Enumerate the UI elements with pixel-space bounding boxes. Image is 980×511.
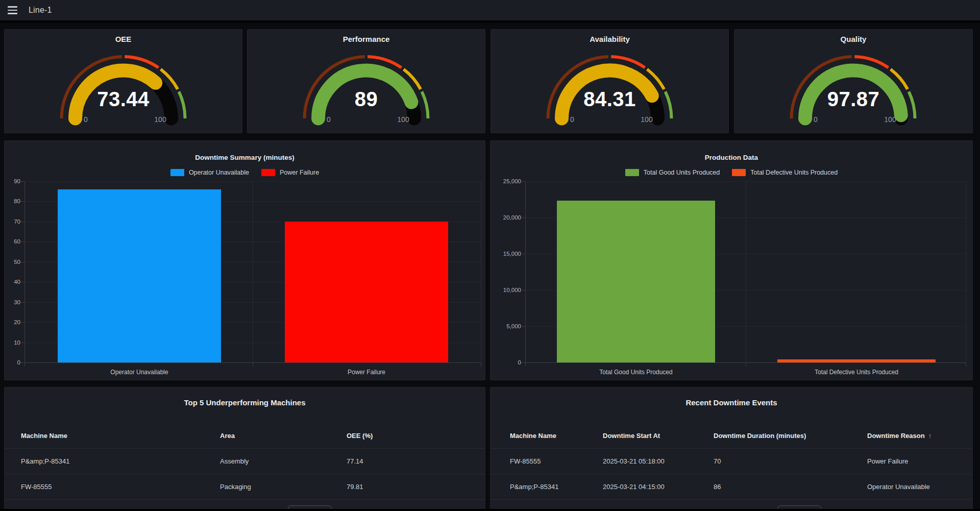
legend-item[interactable]: Operator Unavailable [170, 169, 249, 176]
table-title: Recent Downtime Events [491, 398, 972, 407]
y-tick-label: 70 [4, 218, 20, 225]
gauge-min-label: 0 [800, 115, 831, 124]
column-header[interactable]: Machine Name [510, 432, 603, 440]
panel-recent-downtime-events-table: Recent Downtime Events Machine NameDownt… [490, 387, 973, 511]
y-tick-label: 15,000 [499, 251, 521, 257]
y-axis-tick [522, 217, 525, 218]
legend-item[interactable]: Total Defective Units Produced [732, 169, 838, 176]
gauge-max-label: 100 [875, 115, 905, 124]
table-cell: 2025-03-21 04:15:00 [603, 483, 714, 491]
panel-downtime-summary-chart: Downtime Summary (minutes) Operator Unav… [4, 140, 485, 380]
y-axis-tick [21, 343, 24, 343]
x-axis-tick [253, 362, 253, 367]
legend-item[interactable]: Power Failure [261, 169, 319, 176]
bar-total-good-units-produced[interactable] [557, 201, 715, 362]
legend-label: Operator Unavailable [189, 169, 249, 176]
gauge-arc [5, 30, 242, 133]
table-row: FW-855552025-03-21 05:18:0070Power Failu… [491, 449, 972, 474]
x-category-label: Operator Unavailable [110, 369, 168, 376]
legend-label: Power Failure [280, 169, 319, 176]
y-tick-label: 50 [4, 259, 20, 265]
column-header[interactable]: Downtime Duration (minutes) [714, 432, 867, 440]
table-cell: P&amp;P-85341 [510, 483, 603, 491]
table-cell: 79.81 [347, 483, 469, 491]
table-title: Top 5 Underperforming Machines [5, 398, 485, 407]
gauge-min-label: 0 [557, 115, 587, 124]
table-cell: Power Failure [867, 457, 953, 465]
menu-icon[interactable] [2, 0, 22, 20]
bar-power-failure[interactable] [285, 222, 448, 362]
bar-operator-unavailable[interactable] [58, 189, 221, 362]
table-row: P&amp;P-853412025-03-21 04:15:0086Operat… [491, 474, 972, 500]
sort-ascending-icon: ↑ [925, 432, 932, 440]
y-axis-tick [522, 326, 525, 327]
gauge-arc [248, 30, 485, 133]
y-tick-label: 10 [4, 339, 20, 346]
window-bottom-edge [0, 509, 980, 511]
gridline-vertical [253, 181, 253, 362]
gauge-max-label: 100 [145, 115, 176, 124]
bar-total-defective-units-produced[interactable] [777, 359, 936, 362]
y-axis-tick [522, 254, 525, 254]
legend-swatch [261, 169, 275, 176]
column-header[interactable]: Downtime Start At [603, 432, 714, 440]
panel-quality-gauge: Quality 97.87 0 100 [734, 29, 973, 133]
gauge-arc [491, 30, 728, 133]
dashboard-title: Line-1 [29, 6, 52, 15]
legend-label: Total Good Units Produced [644, 169, 720, 176]
legend-swatch [170, 169, 184, 176]
gridline-vertical [966, 181, 966, 362]
y-tick-label: 0 [4, 359, 20, 366]
table-cell: P&amp;P-85341 [21, 457, 220, 465]
table-cell: 77.14 [347, 457, 469, 465]
gauge-value: 97.87 [734, 86, 972, 112]
table-cell: Packaging [220, 483, 347, 491]
panel-production-data-chart: Production Data Total Good Units Produce… [490, 140, 973, 380]
gauge-min-label: 0 [313, 115, 344, 124]
gauge-value: 89 [248, 86, 485, 112]
column-header[interactable]: Area [220, 432, 347, 440]
x-axis-tick [746, 362, 746, 367]
y-axis-tick [21, 201, 24, 202]
panel-performance-gauge: Performance 89 0 100 [247, 29, 485, 133]
y-tick-label: 20 [4, 319, 20, 325]
x-category-label: Total Defective Units Produced [815, 369, 898, 376]
x-category-label: Total Good Units Produced [599, 369, 672, 376]
y-axis-tick [21, 222, 24, 222]
table-header-row: Machine NameDowntime Start AtDowntime Du… [491, 423, 972, 449]
table-cell: FW-85555 [21, 483, 220, 491]
chart-legend: Total Good Units ProducedTotal Defective… [491, 168, 972, 177]
legend-swatch [732, 169, 746, 176]
panel-oee-gauge: OEE 73.44 0 100 [4, 29, 242, 133]
y-tick-label: 20,000 [499, 214, 521, 221]
x-axis-tick [24, 362, 25, 367]
y-tick-label: 40 [4, 279, 20, 285]
x-axis-tick [481, 362, 481, 367]
x-category-label: Power Failure [348, 369, 385, 376]
column-header[interactable]: Machine Name [21, 432, 220, 440]
table-cell: 86 [714, 483, 867, 491]
gauge-max-label: 100 [388, 115, 419, 124]
gauge-min-label: 0 [70, 115, 101, 124]
y-axis-tick [522, 181, 525, 182]
table-cell: Assembly [220, 457, 347, 465]
table-cell: FW-85555 [510, 457, 603, 465]
panel-underperforming-machines-table: Top 5 Underperforming Machines Machine N… [4, 387, 485, 511]
table-cell: 2025-03-21 05:18:00 [603, 457, 714, 465]
y-axis-tick [21, 302, 24, 303]
chart-title: Production Data [491, 154, 972, 161]
column-header[interactable]: Downtime Reason↑ [867, 432, 953, 440]
gridline-vertical [481, 181, 481, 362]
column-header[interactable]: OEE (%) [347, 432, 469, 440]
table-row: P&amp;P-85341Assembly77.14 [5, 449, 485, 474]
gauge-value: 84.31 [491, 86, 728, 112]
legend-item[interactable]: Total Good Units Produced [625, 169, 720, 176]
y-axis-tick [21, 322, 24, 323]
y-tick-label: 60 [4, 238, 20, 245]
gauge-arc [734, 30, 972, 133]
x-axis-tick [525, 362, 526, 367]
panel-availability-gauge: Availability 84.31 0 100 [491, 29, 729, 133]
gridline-vertical [746, 181, 746, 362]
y-axis-tick [21, 181, 24, 182]
y-tick-label: 0 [499, 359, 521, 366]
